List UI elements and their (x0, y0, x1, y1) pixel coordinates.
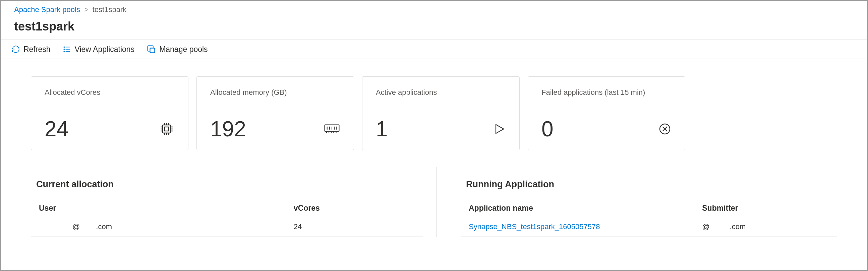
cell-submitter: @ .com (694, 217, 837, 237)
manage-pools-icon (147, 44, 156, 54)
breadcrumb-current: test1spark (93, 5, 127, 14)
cpu-icon (159, 121, 175, 137)
svg-point-4 (64, 49, 64, 49)
cell-vcores: 24 (286, 217, 423, 237)
svg-rect-9 (163, 125, 170, 133)
col-user: User (31, 200, 286, 217)
view-applications-label: View Applications (75, 45, 135, 54)
breadcrumb-root-link[interactable]: Apache Spark pools (14, 5, 80, 14)
card-value: 24 (44, 118, 68, 140)
current-allocation-panel: Current allocation User vCores @ .com (31, 167, 436, 237)
card-value: 1 (376, 118, 388, 140)
chevron-right-icon: > (84, 5, 89, 14)
card-label: Allocated memory (GB) (210, 88, 340, 97)
col-app-name: Application name (461, 200, 694, 217)
card-value: 192 (210, 118, 246, 140)
page-title: test1spark (1, 18, 867, 40)
card-active-applications: Active applications 1 (362, 76, 520, 150)
breadcrumb: Apache Spark pools > test1spark (1, 1, 867, 18)
manage-pools-button[interactable]: Manage pools (147, 44, 208, 54)
panel-title: Running Application (461, 179, 837, 190)
card-failed-applications: Failed applications (last 15 min) 0 (528, 76, 685, 150)
cell-app-name-link[interactable]: Synapse_NBS_test1spark_1605057578 (461, 217, 694, 237)
svg-point-5 (64, 51, 64, 52)
cell-user: @ .com (31, 217, 286, 237)
svg-marker-34 (496, 125, 503, 134)
current-allocation-table: User vCores @ .com 24 (31, 200, 423, 237)
view-applications-button[interactable]: View Applications (63, 45, 135, 54)
panel-title: Current allocation (31, 179, 423, 190)
memory-icon (323, 122, 340, 136)
col-vcores: vCores (286, 200, 423, 217)
card-label: Failed applications (last 15 min) (541, 88, 672, 97)
card-label: Active applications (376, 88, 506, 97)
table-row: Synapse_NBS_test1spark_1605057578 @ .com (461, 217, 837, 237)
toolbar: Refresh View Applications Manage pools (1, 40, 867, 59)
cancel-icon (658, 122, 672, 136)
table-row: @ .com 24 (31, 217, 423, 237)
card-value: 0 (541, 118, 554, 140)
refresh-button[interactable]: Refresh (11, 45, 51, 54)
refresh-icon (11, 45, 20, 54)
manage-pools-label: Manage pools (159, 45, 208, 54)
list-icon (63, 45, 71, 54)
card-allocated-vcores: Allocated vCores 24 (31, 76, 188, 150)
card-allocated-memory: Allocated memory (GB) 192 (196, 76, 354, 150)
running-application-table: Application name Submitter Synapse_NBS_t… (461, 200, 837, 237)
svg-rect-10 (165, 127, 168, 131)
col-submitter: Submitter (694, 200, 837, 217)
svg-rect-7 (150, 48, 155, 53)
card-label: Allocated vCores (44, 88, 175, 97)
metric-cards-row: Allocated vCores 24 Allocated memory (GB… (31, 76, 837, 150)
svg-point-3 (64, 46, 64, 47)
running-application-panel: Running Application Application name Sub… (461, 167, 837, 237)
play-icon (493, 122, 506, 136)
refresh-label: Refresh (24, 45, 51, 54)
